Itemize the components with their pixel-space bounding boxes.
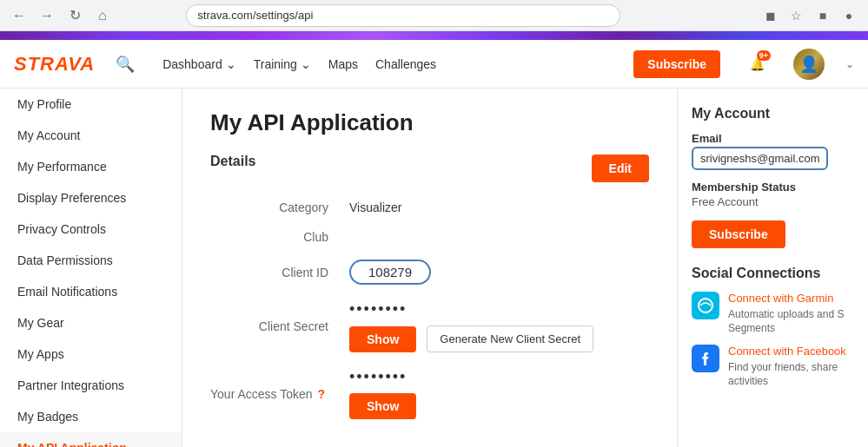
client-secret-row: •••••••• — [349, 300, 593, 319]
sidebar-item-data[interactable]: Data Permissions — [0, 245, 182, 276]
social-connections-title: Social Connections — [692, 266, 854, 281]
notification-badge: 9+ — [757, 50, 771, 61]
nav-bar: STRAVA 🔍 Dashboard ⌄ Training ⌄ Maps Cha… — [0, 40, 868, 89]
sidebar-item-api[interactable]: My API Application — [0, 432, 182, 447]
access-token-field: •••••••• Show — [349, 368, 416, 419]
challenges-nav-link[interactable]: Challenges — [368, 54, 443, 75]
facebook-social-item: Connect with Facebook Find your friends,… — [692, 345, 854, 387]
membership-status-value: Free Account — [692, 195, 854, 208]
client-secret-actions: Show Generate New Client Secret — [349, 325, 593, 352]
sidebar-item-performance[interactable]: My Performance — [0, 151, 182, 182]
access-token-row: •••••••• Show — [349, 368, 416, 419]
facebook-social-text: Connect with Facebook Find your friends,… — [728, 345, 854, 387]
bookmark-icon[interactable]: ☆ — [786, 5, 807, 26]
notifications-bell[interactable]: 🔔 9+ — [741, 49, 772, 80]
browser-actions: ◼ ☆ ■ ● — [760, 5, 859, 26]
client-id-label: Client ID — [210, 266, 349, 279]
content-area: My API Application Details Edit Category… — [182, 89, 677, 447]
right-sidebar: My Account Email srivigneshs@gmail.com M… — [677, 89, 868, 447]
generate-secret-button[interactable]: Generate New Client Secret — [427, 325, 593, 352]
sidebar-item-badges[interactable]: My Badges — [0, 401, 182, 432]
home-button[interactable]: ⌂ — [92, 5, 113, 26]
client-secret-masked: •••••••• — [349, 300, 407, 319]
membership-status-label: Membership Status — [692, 181, 854, 194]
category-value: Visualizer — [349, 200, 401, 214]
facebook-icon — [692, 345, 719, 372]
url-text: strava.com/settings/api — [197, 9, 313, 22]
help-icon[interactable]: ? — [318, 387, 326, 401]
show-token-button[interactable]: Show — [349, 393, 416, 419]
table-row: Category Visualizer — [210, 200, 649, 214]
details-table: Category Visualizer Club Client ID 10827… — [210, 200, 649, 419]
club-label: Club — [210, 230, 349, 244]
facebook-connect-link[interactable]: Connect with Facebook — [728, 345, 854, 358]
training-nav-link[interactable]: Training ⌄ — [247, 54, 318, 75]
garmin-connect-link[interactable]: Connect with Garmin — [728, 292, 854, 305]
sidebar-item-privacy[interactable]: Privacy Controls — [0, 214, 182, 245]
settings-sidebar: My Profile My Account My Performance Dis… — [0, 89, 182, 447]
show-secret-button[interactable]: Show — [349, 326, 416, 352]
main-layout: My Profile My Account My Performance Dis… — [0, 89, 868, 447]
sidebar-item-account[interactable]: My Account — [0, 120, 182, 151]
sidebar-item-partner[interactable]: Partner Integrations — [0, 370, 182, 401]
garmin-social-text: Connect with Garmin Automatic uploads an… — [728, 292, 854, 334]
dashboard-nav-link[interactable]: Dashboard ⌄ — [156, 54, 243, 75]
my-account-title: My Account — [692, 106, 854, 122]
client-id-value: 108279 — [368, 265, 412, 279]
sidebar-item-display[interactable]: Display Preferences — [0, 182, 182, 214]
details-section-title: Details — [210, 154, 255, 169]
nav-links: Dashboard ⌄ Training ⌄ Maps Challenges — [156, 54, 443, 75]
edit-button[interactable]: Edit — [592, 154, 649, 182]
facebook-description: Find your friends, share activities — [728, 361, 838, 387]
details-header: Details Edit — [210, 154, 649, 183]
chevron-down-icon: ⌄ — [226, 57, 236, 71]
subscribe-sidebar-button[interactable]: Subscribe — [692, 220, 785, 248]
client-secret-label: Client Secret — [210, 319, 349, 333]
email-label: Email — [692, 132, 854, 145]
chevron-down-icon: ⌄ — [301, 57, 311, 71]
maps-nav-link[interactable]: Maps — [321, 54, 365, 75]
client-secret-field: •••••••• Show Generate New Client Secret — [349, 300, 593, 352]
table-row: Client ID 108279 — [210, 260, 649, 285]
access-token-label: Your Access Token ? — [210, 387, 349, 401]
access-token-masked: •••••••• — [349, 368, 416, 386]
client-id-wrapper: 108279 — [349, 260, 431, 285]
extensions-icon[interactable]: ■ — [812, 5, 833, 26]
table-row: Club — [210, 230, 649, 244]
avatar-chevron-down-icon[interactable]: ⌄ — [845, 58, 854, 70]
sidebar-item-gear[interactable]: My Gear — [0, 307, 182, 339]
browser-bar: ← → ↻ ⌂ strava.com/settings/api ◼ ☆ ■ ● — [0, 0, 868, 31]
subscribe-button[interactable]: Subscribe — [633, 50, 720, 78]
address-bar[interactable]: strava.com/settings/api — [186, 4, 620, 27]
page-title: My API Application — [210, 109, 649, 136]
strava-logo[interactable]: STRAVA — [14, 53, 95, 76]
access-token-label-wrapper: Your Access Token ? — [210, 387, 328, 401]
table-row: Client Secret •••••••• Show Generate New… — [210, 300, 649, 352]
back-button[interactable]: ← — [9, 5, 30, 26]
search-icon[interactable]: 🔍 — [116, 55, 135, 74]
sidebar-item-apps[interactable]: My Apps — [0, 339, 182, 370]
client-id-highlight: 108279 — [349, 260, 431, 285]
garmin-icon — [692, 292, 719, 319]
table-row: Your Access Token ? •••••••• Show — [210, 368, 649, 419]
garmin-social-item: Connect with Garmin Automatic uploads an… — [692, 292, 854, 334]
strava-promo-banner — [0, 31, 868, 40]
profile-icon[interactable]: ● — [838, 5, 859, 26]
category-label: Category — [210, 200, 349, 214]
user-avatar[interactable]: 👤 — [793, 49, 825, 80]
email-value: srivigneshs@gmail.com — [692, 147, 828, 170]
sidebar-item-profile[interactable]: My Profile — [0, 89, 182, 120]
cast-icon[interactable]: ◼ — [760, 5, 781, 26]
forward-button[interactable]: → — [36, 5, 57, 26]
reload-button[interactable]: ↻ — [64, 5, 85, 26]
garmin-description: Automatic uploads and S Segments — [728, 308, 844, 334]
sidebar-item-email[interactable]: Email Notifications — [0, 276, 182, 307]
